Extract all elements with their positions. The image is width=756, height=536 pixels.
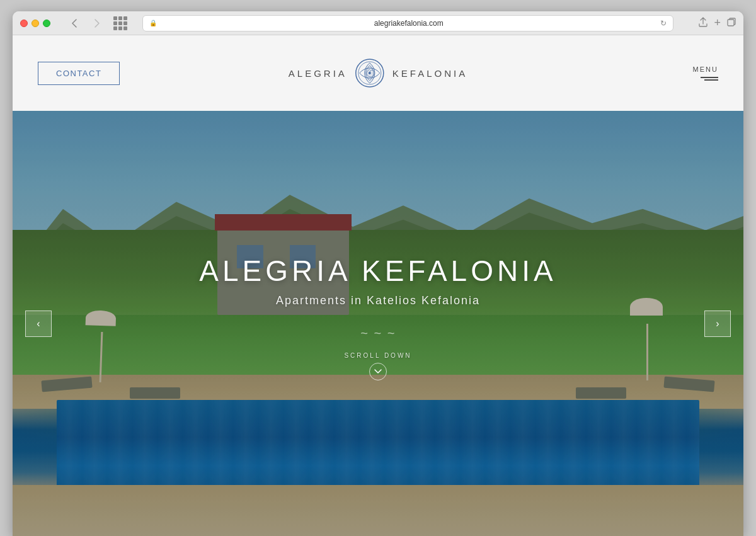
lock-icon: 🔒: [149, 20, 157, 26]
logo-emblem: [355, 58, 385, 88]
menu-line-1: [701, 77, 718, 78]
close-button[interactable]: [20, 20, 28, 27]
traffic-lights: [20, 20, 50, 27]
hero-title: ALEGRIA KEFALONIA: [199, 254, 556, 288]
browser-window: 🔒 alegriakefalonia.com ↻ + CONTACT: [13, 11, 743, 536]
contact-button[interactable]: CONTACT: [38, 62, 120, 85]
prev-slide-button[interactable]: ‹: [25, 311, 52, 337]
scroll-label: SCROLL DOWN: [344, 352, 411, 359]
site-logo: ALEGRIA KEFALONIA: [289, 58, 467, 88]
logo-text-left: ALEGRIA: [289, 68, 347, 79]
duplicate-button[interactable]: [727, 18, 736, 28]
svg-point-3: [369, 72, 371, 74]
url-text: alegriakefalonia.com: [161, 19, 656, 28]
share-button[interactable]: [699, 17, 707, 29]
website: CONTACT ALEGRIA KEFALONIA: [13, 35, 743, 536]
maximize-button[interactable]: [43, 20, 50, 27]
site-header: CONTACT ALEGRIA KEFALONIA: [13, 35, 743, 111]
browser-nav: [66, 14, 127, 32]
forward-button[interactable]: [88, 14, 106, 32]
menu-button[interactable]: MENU: [693, 66, 718, 81]
browser-actions: +: [699, 16, 736, 30]
decorative-wave: ~ ~ ~: [360, 326, 396, 341]
grid-button[interactable]: [113, 16, 127, 30]
address-bar[interactable]: 🔒 alegriakefalonia.com ↻: [142, 15, 673, 31]
scroll-down-button[interactable]: SCROLL DOWN: [344, 352, 411, 380]
back-button[interactable]: [66, 14, 83, 32]
svg-rect-0: [728, 20, 734, 26]
hero-subtitle: Apartments in Katelios Kefalonia: [276, 294, 480, 307]
next-slide-button[interactable]: ›: [704, 311, 731, 337]
reload-button[interactable]: ↻: [660, 19, 667, 28]
logo-text-right: KEFALONIA: [392, 68, 467, 79]
browser-titlebar: 🔒 alegriakefalonia.com ↻ +: [13, 11, 743, 35]
menu-line-2: [704, 79, 718, 81]
menu-label: MENU: [693, 66, 718, 73]
hero-content: ALEGRIA KEFALONIA Apartments in Katelios…: [13, 111, 743, 536]
new-tab-button[interactable]: +: [714, 16, 721, 30]
hero-section: ‹ › ALEGRIA KEFALONIA Apartments in Kate…: [13, 111, 743, 536]
scroll-icon: [369, 363, 387, 380]
minimize-button[interactable]: [32, 20, 39, 27]
